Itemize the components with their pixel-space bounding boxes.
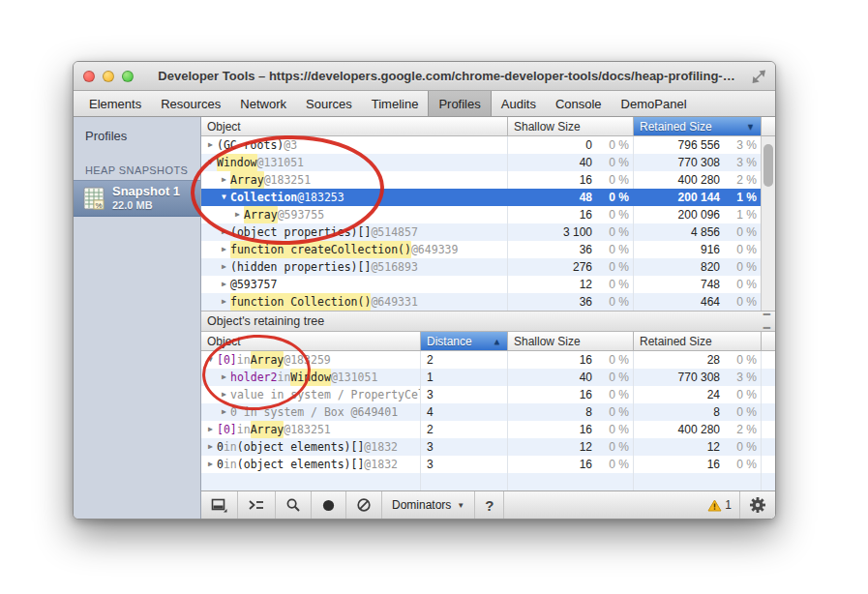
search-button[interactable]	[276, 491, 312, 519]
shallow-size-percent: 0 %	[592, 421, 629, 438]
vertical-scrollbar[interactable]	[761, 136, 775, 311]
retained-size-value: 770 308	[678, 369, 720, 386]
warning-icon	[707, 499, 722, 512]
tab-network[interactable]: Network	[230, 91, 296, 116]
view-mode-select[interactable]: Dominators ▼	[382, 491, 475, 519]
grid-row[interactable]: ▶(GC roots) @300 %796 5563 %	[201, 136, 775, 154]
grid-row[interactable]: ▶function createCollection() @649339360 …	[201, 241, 775, 258]
collapsed-arrow-icon[interactable]: ▶	[218, 403, 230, 421]
retained-size-value: 400 280	[678, 171, 720, 189]
column-header-object[interactable]: Object	[201, 332, 421, 350]
sidebar-item-snapshot-1[interactable]: % Snapshot 1 22.0 MB	[74, 180, 200, 217]
record-icon	[321, 498, 336, 513]
collapsed-arrow-icon[interactable]: ▶	[218, 258, 230, 276]
collapsed-arrow-icon[interactable]: ▶	[204, 421, 217, 438]
collapsed-arrow-icon[interactable]: ▶	[218, 293, 230, 311]
object-name-part: 0 in system / Box @649401	[230, 403, 398, 421]
tab-profiles[interactable]: Profiles	[428, 91, 491, 116]
clear-button[interactable]	[346, 491, 382, 519]
console-icon	[248, 498, 265, 512]
expanded-arrow-icon[interactable]: ▼	[204, 154, 217, 171]
object-name-part: @593755	[278, 206, 324, 223]
distance-value: 3	[421, 386, 508, 403]
warnings-indicator[interactable]: 1	[700, 491, 739, 519]
collapsed-arrow-icon[interactable]: ▶	[231, 206, 244, 223]
grid-row[interactable]: ▶Array @593755160 %200 0961 %	[201, 206, 775, 223]
shallow-size-value: 16	[580, 421, 592, 438]
help-button[interactable]: ?	[475, 491, 504, 519]
zoom-window-button[interactable]	[122, 71, 134, 82]
console-drawer-button[interactable]	[238, 491, 276, 519]
retained-size-value: 400 280	[678, 421, 720, 438]
grid-row[interactable]: ▼Collection @183253480 %200 1441 %	[201, 189, 775, 206]
grid-row[interactable]: ▼Window @131051400 %770 3083 %	[201, 154, 775, 171]
collapsed-arrow-icon[interactable]: ▶	[218, 223, 230, 241]
collapsed-arrow-icon[interactable]: ▶	[218, 386, 230, 403]
collapsed-arrow-icon[interactable]: ▶	[218, 171, 230, 189]
tab-elements[interactable]: Elements	[79, 91, 151, 116]
object-name-part: in	[237, 421, 251, 438]
retained-size-percent: 1 %	[720, 206, 757, 223]
collapsed-arrow-icon[interactable]: ▶	[204, 456, 217, 473]
column-header-distance[interactable]: Distance ▲	[421, 332, 508, 350]
grid-row[interactable]: ▶[0] in Array @1832512160 %400 2802 %	[201, 421, 775, 438]
minimize-window-button[interactable]	[103, 71, 114, 82]
close-window-button[interactable]	[83, 71, 95, 82]
collapsed-arrow-icon[interactable]: ▶	[218, 241, 230, 258]
grid-row[interactable]: ▶Array @183251160 %400 2802 %	[201, 171, 775, 189]
object-name-part: @131051	[331, 369, 377, 386]
retained-size-value: 8	[713, 403, 720, 421]
devtools-window: Developer Tools – https://developers.goo…	[73, 61, 776, 520]
panel-menu-icon[interactable]: ━━	[763, 308, 769, 335]
tab-sources[interactable]: Sources	[296, 91, 362, 116]
object-name-part: in	[224, 456, 237, 473]
tab-audits[interactable]: Audits	[492, 91, 546, 116]
collapsed-arrow-icon[interactable]: ▶	[218, 276, 230, 293]
column-header-retained-size[interactable]: Retained Size	[634, 332, 762, 350]
object-name-part: @3	[284, 136, 297, 154]
collapsed-arrow-icon[interactable]: ▶	[204, 136, 217, 154]
grid-row[interactable]: ▼[0] in Array @1832592160 %280 %	[201, 351, 775, 369]
distance-value: 3	[421, 438, 508, 456]
grid-row[interactable]: ▶function Collection() @649331360 %4640 …	[201, 293, 775, 311]
expanded-arrow-icon[interactable]: ▼	[218, 189, 230, 206]
svg-text:%: %	[95, 201, 102, 210]
record-button[interactable]	[312, 491, 346, 519]
column-header-shallow-size[interactable]: Shallow Size	[508, 117, 634, 135]
shallow-size-value: 16	[580, 351, 592, 369]
grid-row[interactable]: ▶0 in system / Box @649401480 %80 %	[201, 403, 775, 421]
window-resize-icon[interactable]	[752, 70, 765, 83]
object-name-part: @649339	[411, 241, 458, 258]
scrollbar-thumb[interactable]	[763, 144, 773, 187]
search-icon	[285, 497, 301, 513]
expanded-arrow-icon[interactable]: ▼	[204, 351, 217, 369]
retained-size-value: 28	[707, 351, 720, 369]
tab-console[interactable]: Console	[546, 91, 612, 116]
retaining-tree-title: Object's retaining tree	[207, 314, 324, 328]
collapsed-arrow-icon[interactable]: ▶	[218, 369, 230, 386]
dock-side-button[interactable]	[201, 491, 238, 519]
object-name-part: @593757	[230, 276, 277, 293]
dock-bottom-icon	[211, 498, 227, 513]
shallow-size-percent: 0 %	[592, 351, 629, 369]
grid-row[interactable]: ▶holder2 in Window @1310511400 %770 3083…	[201, 369, 775, 386]
grid-row[interactable]: ▶@593757120 %7480 %	[201, 276, 775, 293]
column-header-shallow-size[interactable]: Shallow Size	[508, 332, 634, 350]
collapsed-arrow-icon[interactable]: ▶	[204, 438, 217, 456]
empty-grid-row	[201, 473, 775, 490]
object-name-part: Window	[217, 154, 257, 171]
sort-desc-arrow-icon: ▼	[742, 122, 755, 132]
object-name-part: Array	[251, 351, 284, 369]
tab-resources[interactable]: Resources	[151, 91, 230, 116]
grid-row[interactable]: ▶0 in (object elements)[] @18323160 %160…	[201, 456, 775, 473]
grid-row[interactable]: ▶0 in (object elements)[] @18323120 %120…	[201, 438, 775, 456]
tab-timeline[interactable]: Timeline	[362, 91, 429, 116]
chevron-down-icon: ▼	[457, 501, 464, 510]
tab-demopanel[interactable]: DemoPanel	[612, 91, 697, 116]
settings-button[interactable]	[739, 491, 775, 519]
column-header-object[interactable]: Object	[201, 117, 508, 135]
grid-row[interactable]: ▶value in system / PropertyCel3160 %240 …	[201, 386, 775, 403]
grid-row[interactable]: ▶(hidden properties)[] @5168932760 %8200…	[201, 258, 775, 276]
grid-row[interactable]: ▶(object properties)[] @5148573 1000 %4 …	[201, 223, 775, 241]
column-header-retained-size[interactable]: Retained Size ▼	[634, 117, 762, 135]
